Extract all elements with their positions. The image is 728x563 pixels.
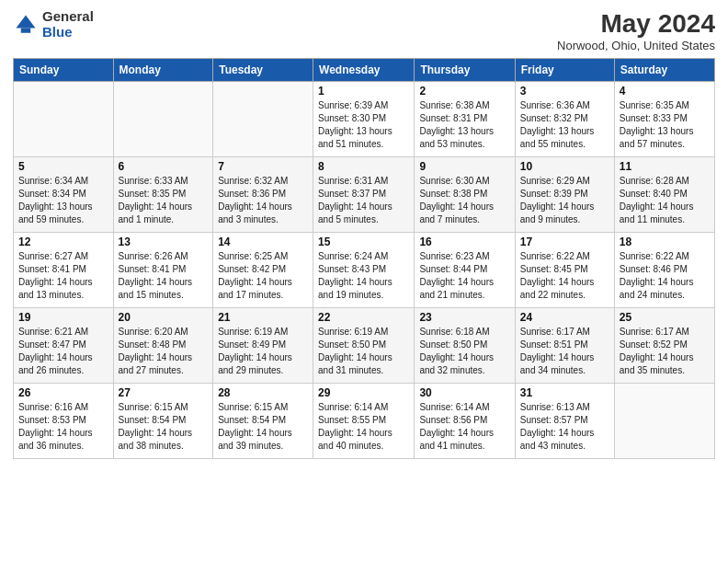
month-year-title: May 2024 [557,9,715,39]
day-info: Sunrise: 6:32 AMSunset: 8:36 PMDaylight:… [218,175,308,226]
day-info: Sunrise: 6:36 AMSunset: 8:32 PMDaylight:… [520,99,609,151]
day-info: Sunrise: 6:23 AMSunset: 8:44 PMDaylight:… [419,250,509,302]
calendar-day-20: 20Sunrise: 6:20 AMSunset: 8:48 PMDayligh… [113,308,213,384]
weekday-header-row: SundayMondayTuesdayWednesdayThursdayFrid… [14,59,715,82]
day-number: 2 [419,85,509,98]
day-number: 29 [318,386,409,399]
calendar-empty-cell [14,82,114,157]
day-info: Sunrise: 6:17 AMSunset: 8:51 PMDaylight:… [520,326,609,377]
day-number: 16 [419,236,509,248]
calendar-day-31: 31Sunrise: 6:13 AMSunset: 8:57 PMDayligh… [515,384,614,459]
logo-general-text: General [42,9,94,25]
logo-icon [13,12,39,38]
day-info: Sunrise: 6:25 AMSunset: 8:42 PMDaylight:… [218,250,308,302]
day-info: Sunrise: 6:34 AMSunset: 8:34 PMDaylight:… [18,175,108,226]
header: General Blue May 2024 Norwood, Ohio, Uni… [13,9,715,52]
day-info: Sunrise: 6:30 AMSunset: 8:38 PMDaylight:… [419,175,509,226]
day-number: 5 [18,160,108,173]
calendar-week-row: 5Sunrise: 6:34 AMSunset: 8:34 PMDaylight… [14,157,715,233]
calendar-day-6: 6Sunrise: 6:33 AMSunset: 8:35 PMDaylight… [113,157,213,233]
calendar-day-21: 21Sunrise: 6:19 AMSunset: 8:49 PMDayligh… [213,308,313,384]
day-number: 14 [218,236,308,248]
calendar-empty-cell [614,384,714,459]
day-info: Sunrise: 6:14 AMSunset: 8:55 PMDaylight:… [318,401,409,453]
calendar-week-row: 1Sunrise: 6:39 AMSunset: 8:30 PMDaylight… [14,82,715,157]
calendar-empty-cell [213,82,313,157]
calendar-day-16: 16Sunrise: 6:23 AMSunset: 8:44 PMDayligh… [415,233,515,308]
svg-rect-2 [21,28,31,32]
calendar-day-2: 2Sunrise: 6:38 AMSunset: 8:31 PMDaylight… [415,82,515,157]
day-info: Sunrise: 6:22 AMSunset: 8:46 PMDaylight:… [620,250,710,302]
day-info: Sunrise: 6:28 AMSunset: 8:40 PMDaylight:… [620,175,710,226]
day-info: Sunrise: 6:20 AMSunset: 8:48 PMDaylight:… [119,326,209,377]
day-info: Sunrise: 6:17 AMSunset: 8:52 PMDaylight:… [620,326,710,377]
day-number: 19 [18,311,108,324]
day-info: Sunrise: 6:22 AMSunset: 8:45 PMDaylight:… [520,250,609,302]
logo: General Blue [13,9,94,40]
calendar-day-1: 1Sunrise: 6:39 AMSunset: 8:30 PMDaylight… [313,82,415,157]
calendar-day-10: 10Sunrise: 6:29 AMSunset: 8:39 PMDayligh… [515,157,614,233]
day-info: Sunrise: 6:29 AMSunset: 8:39 PMDaylight:… [520,175,609,226]
day-number: 18 [620,236,710,248]
day-number: 9 [419,160,509,173]
calendar-day-8: 8Sunrise: 6:31 AMSunset: 8:37 PMDaylight… [313,157,415,233]
weekday-header-saturday: Saturday [614,59,714,82]
day-info: Sunrise: 6:33 AMSunset: 8:35 PMDaylight:… [119,175,209,226]
calendar-day-18: 18Sunrise: 6:22 AMSunset: 8:46 PMDayligh… [614,233,714,308]
weekday-header-wednesday: Wednesday [313,59,415,82]
svg-marker-1 [17,15,36,28]
day-number: 12 [18,236,108,248]
calendar-day-29: 29Sunrise: 6:14 AMSunset: 8:55 PMDayligh… [313,384,415,459]
calendar-day-11: 11Sunrise: 6:28 AMSunset: 8:40 PMDayligh… [614,157,714,233]
weekday-header-monday: Monday [113,59,213,82]
day-number: 21 [218,311,308,324]
day-info: Sunrise: 6:19 AMSunset: 8:50 PMDaylight:… [318,326,409,377]
page-container: General Blue May 2024 Norwood, Ohio, Uni… [0,0,728,468]
day-number: 28 [218,386,308,399]
calendar-day-14: 14Sunrise: 6:25 AMSunset: 8:42 PMDayligh… [213,233,313,308]
day-number: 13 [119,236,209,248]
weekday-header-sunday: Sunday [14,59,114,82]
day-info: Sunrise: 6:14 AMSunset: 8:56 PMDaylight:… [419,401,509,453]
calendar-week-row: 26Sunrise: 6:16 AMSunset: 8:53 PMDayligh… [14,384,715,459]
calendar-table: SundayMondayTuesdayWednesdayThursdayFrid… [13,58,715,459]
day-number: 4 [620,85,710,98]
day-number: 11 [620,160,710,173]
day-number: 25 [620,311,710,324]
day-number: 22 [318,311,409,324]
weekday-header-tuesday: Tuesday [213,59,313,82]
day-info: Sunrise: 6:38 AMSunset: 8:31 PMDaylight:… [419,99,509,151]
day-info: Sunrise: 6:35 AMSunset: 8:33 PMDaylight:… [620,99,710,151]
calendar-day-15: 15Sunrise: 6:24 AMSunset: 8:43 PMDayligh… [313,233,415,308]
day-number: 30 [419,386,509,399]
calendar-day-25: 25Sunrise: 6:17 AMSunset: 8:52 PMDayligh… [614,308,714,384]
calendar-day-26: 26Sunrise: 6:16 AMSunset: 8:53 PMDayligh… [14,384,114,459]
calendar-empty-cell [113,82,213,157]
day-info: Sunrise: 6:15 AMSunset: 8:54 PMDaylight:… [119,401,209,453]
weekday-header-thursday: Thursday [415,59,515,82]
day-number: 1 [318,85,409,98]
day-number: 23 [419,311,509,324]
calendar-day-27: 27Sunrise: 6:15 AMSunset: 8:54 PMDayligh… [113,384,213,459]
calendar-day-12: 12Sunrise: 6:27 AMSunset: 8:41 PMDayligh… [14,233,114,308]
calendar-day-4: 4Sunrise: 6:35 AMSunset: 8:33 PMDaylight… [614,82,714,157]
calendar-day-7: 7Sunrise: 6:32 AMSunset: 8:36 PMDaylight… [213,157,313,233]
day-info: Sunrise: 6:31 AMSunset: 8:37 PMDaylight:… [318,175,409,226]
day-number: 20 [119,311,209,324]
calendar-day-9: 9Sunrise: 6:30 AMSunset: 8:38 PMDaylight… [415,157,515,233]
day-number: 8 [318,160,409,173]
logo-text: General Blue [42,9,94,40]
location-subtitle: Norwood, Ohio, United States [557,39,715,52]
day-info: Sunrise: 6:15 AMSunset: 8:54 PMDaylight:… [218,401,308,453]
calendar-day-28: 28Sunrise: 6:15 AMSunset: 8:54 PMDayligh… [213,384,313,459]
day-number: 10 [520,160,609,173]
calendar-day-5: 5Sunrise: 6:34 AMSunset: 8:34 PMDaylight… [14,157,114,233]
day-number: 24 [520,311,609,324]
day-info: Sunrise: 6:27 AMSunset: 8:41 PMDaylight:… [18,250,108,302]
day-info: Sunrise: 6:19 AMSunset: 8:49 PMDaylight:… [218,326,308,377]
logo-blue-text: Blue [42,25,94,40]
day-info: Sunrise: 6:39 AMSunset: 8:30 PMDaylight:… [318,99,409,151]
calendar-day-17: 17Sunrise: 6:22 AMSunset: 8:45 PMDayligh… [515,233,614,308]
calendar-week-row: 19Sunrise: 6:21 AMSunset: 8:47 PMDayligh… [14,308,715,384]
day-number: 7 [218,160,308,173]
